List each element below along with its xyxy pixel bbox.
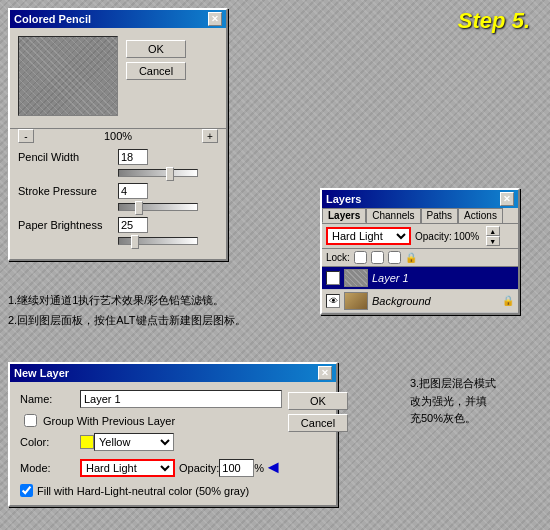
new-layer-fields: Name: Group With Previous Layer Color: Y… bbox=[20, 390, 282, 497]
opacity-input[interactable] bbox=[219, 459, 254, 477]
fill-checkbox[interactable] bbox=[20, 484, 33, 497]
new-layer-body: Name: Group With Previous Layer Color: Y… bbox=[10, 382, 336, 505]
tab-paths[interactable]: Paths bbox=[421, 208, 459, 223]
colored-pencil-body: OK Cancel bbox=[10, 28, 226, 128]
background-lock-icon: 🔒 bbox=[502, 295, 514, 307]
lock-row: Lock: 🔒 bbox=[322, 249, 518, 267]
layer-item-1[interactable]: 👁 Layer 1 bbox=[322, 267, 518, 290]
lock-all-icon: 🔒 bbox=[405, 252, 417, 263]
name-label: Name: bbox=[20, 393, 80, 405]
arrow-icon: ◄ bbox=[264, 457, 282, 478]
paper-brightness-row: Paper Brightness bbox=[18, 217, 218, 233]
stroke-pressure-input[interactable] bbox=[118, 183, 148, 199]
layers-titlebar: Layers ✕ bbox=[322, 190, 518, 208]
color-label: Color: bbox=[20, 436, 80, 448]
percent-sign: % bbox=[254, 462, 264, 474]
color-swatch bbox=[80, 435, 94, 449]
paper-brightness-label: Paper Brightness bbox=[18, 219, 118, 231]
group-checkbox-row: Group With Previous Layer bbox=[20, 414, 282, 427]
colored-pencil-titlebar: Colored Pencil ✕ bbox=[10, 10, 226, 28]
new-layer-close-button[interactable]: ✕ bbox=[318, 366, 332, 380]
stroke-pressure-thumb[interactable] bbox=[135, 201, 143, 215]
new-layer-dialog: New Layer ✕ Name: Group With Previous La… bbox=[8, 362, 338, 507]
new-layer-buttons: OK Cancel bbox=[288, 390, 348, 497]
lock-position-checkbox[interactable] bbox=[388, 251, 401, 264]
paper-brightness-input[interactable] bbox=[118, 217, 148, 233]
color-select[interactable]: Yellow bbox=[94, 433, 174, 451]
instruction-1: 1.继续对通道1执行艺术效果/彩色铅笔滤镜。 bbox=[8, 292, 318, 309]
opacity-label: Opacity: bbox=[415, 231, 452, 242]
new-layer-main-area: Name: Group With Previous Layer Color: Y… bbox=[20, 390, 326, 497]
mode-label: Mode: bbox=[20, 462, 80, 474]
background-eye-icon[interactable]: 👁 bbox=[326, 294, 340, 308]
group-label: Group With Previous Layer bbox=[43, 415, 175, 427]
opacity-label: Opacity: bbox=[179, 462, 219, 474]
colored-pencil-preview bbox=[18, 36, 118, 116]
instruction-2-text: 2.回到图层面板，按住ALT键点击新建图层图标。 bbox=[8, 314, 246, 326]
layers-panel: Layers ✕ Layers Channels Paths Actions H… bbox=[320, 188, 520, 315]
blend-row: Hard Light Opacity: 100% ▲ ▼ bbox=[322, 224, 518, 249]
lock-label: Lock: bbox=[326, 252, 350, 263]
lock-transparent-checkbox[interactable] bbox=[354, 251, 367, 264]
opacity-stepper[interactable]: ▲ ▼ bbox=[486, 226, 500, 246]
paper-brightness-thumb[interactable] bbox=[131, 235, 139, 249]
tab-actions[interactable]: Actions bbox=[458, 208, 503, 223]
lock-paint-checkbox[interactable] bbox=[371, 251, 384, 264]
layer-1-thumbnail bbox=[344, 269, 368, 287]
paper-brightness-slider[interactable] bbox=[118, 237, 198, 245]
new-layer-cancel-button[interactable]: Cancel bbox=[288, 414, 348, 432]
zoom-percent: 100% bbox=[38, 130, 198, 142]
layers-close-button[interactable]: ✕ bbox=[500, 192, 514, 206]
background-name: Background bbox=[372, 295, 498, 307]
side-instruction: 3.把图层混合模式改为强光，并填充50%灰色。 bbox=[410, 375, 540, 428]
colored-pencil-buttons: OK Cancel bbox=[126, 40, 186, 80]
mode-row: Mode: Hard Light Opacity: % ◄ bbox=[20, 457, 282, 478]
fill-row: Fill with Hard-Light-neutral color (50% … bbox=[20, 484, 282, 497]
side-instruction-text: 3.把图层混合模式改为强光，并填充50%灰色。 bbox=[410, 377, 496, 424]
params-area: Pencil Width Stroke Pressure Paper Brigh… bbox=[10, 149, 226, 259]
zoom-plus-button[interactable]: + bbox=[202, 129, 218, 143]
zoom-minus-button[interactable]: - bbox=[18, 129, 34, 143]
mode-select[interactable]: Hard Light bbox=[80, 459, 175, 477]
colored-pencil-close-button[interactable]: ✕ bbox=[208, 12, 222, 26]
blend-mode-select[interactable]: Hard Light bbox=[326, 227, 411, 245]
tab-channels[interactable]: Channels bbox=[366, 208, 420, 223]
fill-label: Fill with Hard-Light-neutral color (50% … bbox=[37, 485, 249, 497]
opacity-up-button[interactable]: ▲ bbox=[486, 226, 500, 236]
opacity-down-button[interactable]: ▼ bbox=[486, 236, 500, 246]
colored-pencil-title: Colored Pencil bbox=[14, 13, 208, 25]
stroke-pressure-label: Stroke Pressure bbox=[18, 185, 118, 197]
paper-brightness-slider-row bbox=[18, 237, 218, 245]
name-row: Name: bbox=[20, 390, 282, 408]
pencil-width-slider-row bbox=[18, 169, 218, 177]
pencil-width-thumb[interactable] bbox=[166, 167, 174, 181]
layer-item-background[interactable]: 👁 Background 🔒 bbox=[322, 290, 518, 313]
instruction-1-text: 1.继续对通道1执行艺术效果/彩色铅笔滤镜。 bbox=[8, 294, 224, 306]
new-layer-title: New Layer bbox=[14, 367, 318, 379]
color-row: Color: Yellow bbox=[20, 433, 282, 451]
background-thumbnail bbox=[344, 292, 368, 310]
pencil-width-label: Pencil Width bbox=[18, 151, 118, 163]
stroke-pressure-row: Stroke Pressure bbox=[18, 183, 218, 199]
name-input[interactable] bbox=[80, 390, 282, 408]
layers-title: Layers bbox=[326, 193, 500, 205]
colored-pencil-dialog: Colored Pencil ✕ OK Cancel - 100% + Penc… bbox=[8, 8, 228, 261]
colored-pencil-cancel-button[interactable]: Cancel bbox=[126, 62, 186, 80]
stroke-pressure-slider-row bbox=[18, 203, 218, 211]
instruction-2: 2.回到图层面板，按住ALT键点击新建图层图标。 bbox=[8, 312, 318, 329]
colored-pencil-ok-button[interactable]: OK bbox=[126, 40, 186, 58]
group-checkbox[interactable] bbox=[24, 414, 37, 427]
layer-1-name: Layer 1 bbox=[372, 272, 514, 284]
zoom-row: - 100% + bbox=[10, 128, 226, 143]
opacity-row: Opacity: 100% ▲ ▼ bbox=[415, 226, 500, 246]
layer-1-eye-icon[interactable]: 👁 bbox=[326, 271, 340, 285]
tab-layers[interactable]: Layers bbox=[322, 208, 366, 223]
stroke-pressure-slider[interactable] bbox=[118, 203, 198, 211]
pencil-width-slider[interactable] bbox=[118, 169, 198, 177]
new-layer-titlebar: New Layer ✕ bbox=[10, 364, 336, 382]
pencil-width-input[interactable] bbox=[118, 149, 148, 165]
new-layer-ok-button[interactable]: OK bbox=[288, 392, 348, 410]
layers-tabs: Layers Channels Paths Actions bbox=[322, 208, 518, 224]
opacity-value: 100% bbox=[454, 231, 484, 242]
step-label: Step 5. bbox=[458, 8, 530, 34]
